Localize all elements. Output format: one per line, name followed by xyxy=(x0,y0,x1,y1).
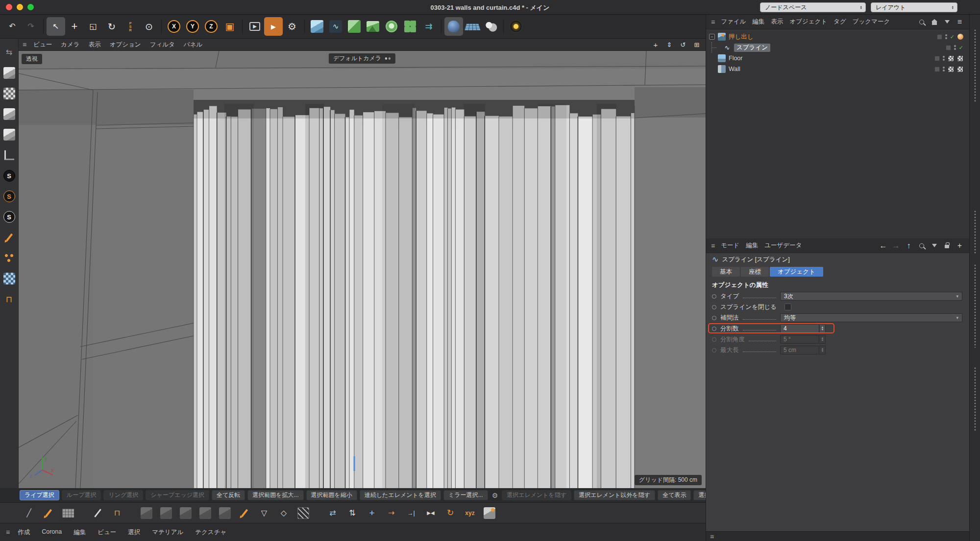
attribute-tab[interactable]: 座標 xyxy=(741,267,769,277)
object-manager-menu-item[interactable]: タグ xyxy=(833,18,846,26)
stitch-sew-icon[interactable]: ⇢ xyxy=(383,505,400,521)
scale-tool-icon[interactable]: ◱ xyxy=(84,17,102,36)
light-icon[interactable] xyxy=(507,17,525,36)
render-view-icon[interactable]: ▶ xyxy=(245,17,264,36)
plane-cut-icon[interactable] xyxy=(60,505,76,521)
extrude-tool-icon[interactable] xyxy=(138,505,155,521)
keyframe-dot-icon[interactable] xyxy=(712,337,716,342)
layer-color-box[interactable] xyxy=(934,67,940,72)
selection-button[interactable]: 全て反転 xyxy=(212,490,245,500)
keyframe-dot-icon[interactable] xyxy=(712,305,716,309)
main-menu-item[interactable]: 編集 xyxy=(74,528,86,537)
volume-icon[interactable] xyxy=(444,17,463,36)
viewport-menu-item[interactable]: カメラ xyxy=(61,41,79,49)
phong-tag-icon[interactable] xyxy=(957,34,963,40)
subdivision-surface-icon[interactable] xyxy=(345,17,364,36)
attribute-menu-item[interactable]: 編集 xyxy=(746,241,758,250)
expander-icon[interactable]: − xyxy=(709,34,715,40)
stepper-icon[interactable]: ▲▼ xyxy=(819,324,826,333)
zoom-button[interactable] xyxy=(27,4,34,10)
gear-icon[interactable]: ⚙ xyxy=(492,492,498,499)
undo-icon[interactable]: ↶ xyxy=(3,17,22,36)
lock-icon[interactable] xyxy=(942,241,952,250)
panel-grip[interactable] xyxy=(974,367,976,431)
edge-snap-icon[interactable]: →| xyxy=(403,505,419,521)
home-icon[interactable] xyxy=(930,17,939,26)
rotate-tool-icon[interactable]: ↻ xyxy=(102,17,121,36)
attr-row-subdivisions-input[interactable]: 4 xyxy=(780,324,819,333)
visibility-dots-icon[interactable] xyxy=(943,55,945,62)
matrix-extrude-icon[interactable] xyxy=(217,505,233,521)
visibility-dots-icon[interactable] xyxy=(945,34,947,40)
selection-button[interactable]: ループ選択 xyxy=(62,490,101,500)
mirror-tool-icon[interactable]: ▶◀ xyxy=(422,505,439,521)
render-settings-icon[interactable]: ⚙ xyxy=(283,17,301,36)
inner-extrude-icon[interactable] xyxy=(158,505,174,521)
projection-label[interactable]: 透視 xyxy=(22,54,42,64)
enable-check-icon[interactable]: ✓ xyxy=(950,34,955,40)
workplane-mode-icon[interactable] xyxy=(1,147,17,163)
panel-menu-icon[interactable]: ≡ xyxy=(711,18,715,26)
search-icon[interactable] xyxy=(917,17,926,26)
object-item-spline[interactable]: ∿スプライン✓ xyxy=(706,42,969,53)
cube-primitive-icon[interactable] xyxy=(308,17,326,36)
layer-color-box[interactable] xyxy=(937,34,942,40)
metaball-icon[interactable] xyxy=(482,17,500,36)
spline-pen-icon[interactable]: ∿ xyxy=(326,17,345,36)
object-manager-menu-item[interactable]: オブジェクト xyxy=(789,18,827,26)
selection-button[interactable]: 選択エレメントを隠す xyxy=(502,490,571,500)
texture-tag-icon[interactable] xyxy=(948,66,954,72)
list-menu-icon[interactable]: ≡ xyxy=(955,17,964,26)
subdivide-icon[interactable] xyxy=(295,505,312,521)
attr-row-close-spline-checkbox[interactable] xyxy=(784,304,791,310)
normal-move-icon[interactable]: ⇅ xyxy=(344,505,361,521)
panel-grip[interactable] xyxy=(974,211,976,255)
attr-row-angle-input[interactable]: 5 ° xyxy=(780,335,819,344)
y-axis-lock-icon[interactable]: Y xyxy=(183,17,202,36)
attribute-menu-item[interactable]: ユーザデータ xyxy=(764,241,802,250)
object-manager-menu-item[interactable]: ファイル xyxy=(721,18,746,26)
object-item-floor[interactable]: Floor xyxy=(706,53,969,64)
bottom-menu-icon[interactable]: ≡ xyxy=(6,528,10,536)
model-mode-icon[interactable] xyxy=(1,65,17,81)
camera-move-icon[interactable] xyxy=(384,56,391,61)
main-menu-item[interactable]: マテリアル xyxy=(152,528,183,537)
texture-tag-icon[interactable] xyxy=(957,66,963,72)
viewport-scene[interactable]: Y X Z xyxy=(19,51,706,488)
layer-color-box[interactable] xyxy=(934,56,940,61)
render-picture-icon[interactable]: ▶ xyxy=(264,17,283,36)
field-plane-icon[interactable] xyxy=(463,17,482,36)
object-manager-menu-item[interactable]: 編集 xyxy=(752,18,764,26)
slide-icon[interactable]: ⇄ xyxy=(324,505,341,521)
keyframe-dot-icon[interactable] xyxy=(712,348,716,353)
xyz-coords-icon[interactable]: xyz xyxy=(462,505,478,521)
weld-icon[interactable]: ⊓ xyxy=(109,505,125,521)
viewport-menu-item[interactable]: フィルタ xyxy=(150,41,175,49)
visibility-dots-icon[interactable] xyxy=(943,66,945,72)
simulation-icon[interactable] xyxy=(382,17,401,36)
smooth-shift-icon[interactable] xyxy=(197,505,214,521)
tweak-tool-icon[interactable]: ╱ xyxy=(21,505,37,521)
select-tool-icon[interactable]: ↖ xyxy=(47,17,65,36)
switch-view-icon[interactable]: ⊞ xyxy=(692,40,702,49)
close-button[interactable] xyxy=(6,4,12,10)
line-cut-icon[interactable] xyxy=(236,505,253,521)
up-icon[interactable]: ↑ xyxy=(904,241,913,250)
normal-scale-icon[interactable]: + xyxy=(364,505,380,521)
psr-lock-icons[interactable]: PSR xyxy=(121,17,140,36)
snap-off-icon[interactable]: S xyxy=(1,209,17,225)
keyframe-dot-icon[interactable] xyxy=(712,327,716,331)
main-menu-item[interactable]: 作成 xyxy=(18,528,30,537)
object-manager-menu-item[interactable]: ブックマーク xyxy=(853,18,890,26)
attr-row-type-select[interactable]: 3次▾ xyxy=(780,292,962,301)
main-menu-item[interactable]: テクスチャ xyxy=(195,528,226,537)
selection-button[interactable]: 連続したエレメントを選択 xyxy=(360,490,441,500)
selection-button[interactable]: 選択範囲を拡大... xyxy=(247,490,303,500)
polygon-pen-tool-icon[interactable] xyxy=(40,505,57,521)
x-axis-lock-icon[interactable]: X xyxy=(165,17,183,36)
points-mode-icon[interactable] xyxy=(1,127,17,142)
selection-button[interactable]: ライブ選択 xyxy=(20,490,59,500)
magnet-icon[interactable]: ⊓ xyxy=(1,291,17,307)
attribute-menu-item[interactable]: モード xyxy=(721,241,739,250)
move-tool-icon[interactable]: + xyxy=(65,17,84,36)
